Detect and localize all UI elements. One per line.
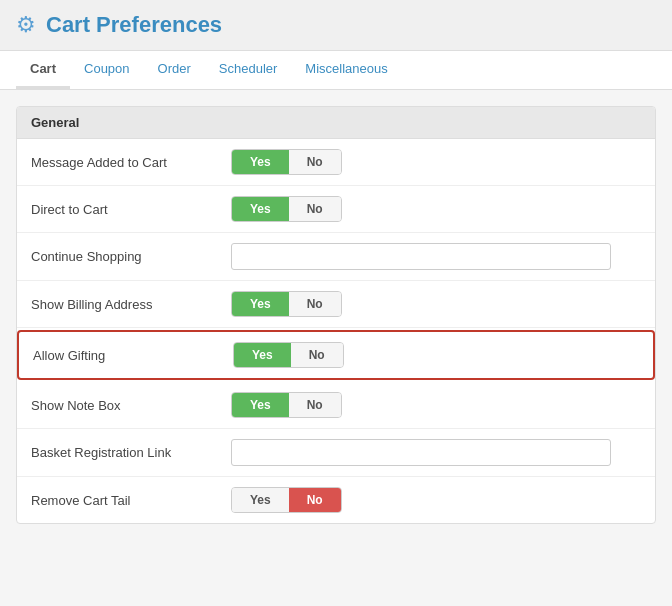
toggle-yes-remove-cart-tail[interactable]: Yes [232, 488, 289, 512]
toggle-no-remove-cart-tail[interactable]: No [289, 488, 341, 512]
page-title: Cart Preferences [46, 12, 222, 38]
general-section: General Message Added to Cart Yes No Dir… [16, 106, 656, 524]
toggle-remove-cart-tail: Yes No [231, 487, 342, 513]
control-show-billing-address: Yes No [231, 291, 342, 317]
toggle-allow-gifting: Yes No [233, 342, 344, 368]
control-continue-shopping [231, 243, 611, 270]
control-show-note-box: Yes No [231, 392, 342, 418]
toggle-show-note-box: Yes No [231, 392, 342, 418]
row-show-note-box: Show Note Box Yes No [17, 382, 655, 429]
row-remove-cart-tail: Remove Cart Tail Yes No [17, 477, 655, 523]
label-basket-registration-link: Basket Registration Link [31, 445, 231, 460]
label-allow-gifting: Allow Gifting [33, 348, 233, 363]
control-remove-cart-tail: Yes No [231, 487, 342, 513]
input-continue-shopping[interactable] [231, 243, 611, 270]
toggle-yes-message-added-to-cart[interactable]: Yes [232, 150, 289, 174]
toggle-yes-allow-gifting[interactable]: Yes [234, 343, 291, 367]
control-basket-registration-link [231, 439, 611, 466]
toggle-show-billing-address: Yes No [231, 291, 342, 317]
row-direct-to-cart: Direct to Cart Yes No [17, 186, 655, 233]
toggle-message-added-to-cart: Yes No [231, 149, 342, 175]
toggle-no-allow-gifting[interactable]: No [291, 343, 343, 367]
toggle-yes-direct-to-cart[interactable]: Yes [232, 197, 289, 221]
toggle-yes-show-billing-address[interactable]: Yes [232, 292, 289, 316]
tab-order[interactable]: Order [144, 51, 205, 89]
section-title: General [17, 107, 655, 139]
control-message-added-to-cart: Yes No [231, 149, 342, 175]
tab-cart[interactable]: Cart [16, 51, 70, 89]
row-show-billing-address: Show Billing Address Yes No [17, 281, 655, 328]
label-show-note-box: Show Note Box [31, 398, 231, 413]
toggle-no-show-note-box[interactable]: No [289, 393, 341, 417]
label-direct-to-cart: Direct to Cart [31, 202, 231, 217]
label-continue-shopping: Continue Shopping [31, 249, 231, 264]
input-basket-registration-link[interactable] [231, 439, 611, 466]
row-continue-shopping: Continue Shopping [17, 233, 655, 281]
settings-icon: ⚙ [16, 12, 36, 38]
page-header: ⚙ Cart Preferences [0, 0, 672, 51]
row-allow-gifting: Allow Gifting Yes No [17, 330, 655, 380]
toggle-no-direct-to-cart[interactable]: No [289, 197, 341, 221]
row-basket-registration-link: Basket Registration Link [17, 429, 655, 477]
toggle-direct-to-cart: Yes No [231, 196, 342, 222]
content-area: General Message Added to Cart Yes No Dir… [0, 90, 672, 540]
tab-coupon[interactable]: Coupon [70, 51, 144, 89]
label-show-billing-address: Show Billing Address [31, 297, 231, 312]
toggle-no-show-billing-address[interactable]: No [289, 292, 341, 316]
tab-scheduler[interactable]: Scheduler [205, 51, 292, 89]
toggle-yes-show-note-box[interactable]: Yes [232, 393, 289, 417]
toggle-no-message-added-to-cart[interactable]: No [289, 150, 341, 174]
tabs-bar: Cart Coupon Order Scheduler Miscellaneou… [0, 51, 672, 90]
row-message-added-to-cart: Message Added to Cart Yes No [17, 139, 655, 186]
control-allow-gifting: Yes No [233, 342, 344, 368]
label-message-added-to-cart: Message Added to Cart [31, 155, 231, 170]
tab-miscellaneous[interactable]: Miscellaneous [291, 51, 401, 89]
label-remove-cart-tail: Remove Cart Tail [31, 493, 231, 508]
control-direct-to-cart: Yes No [231, 196, 342, 222]
